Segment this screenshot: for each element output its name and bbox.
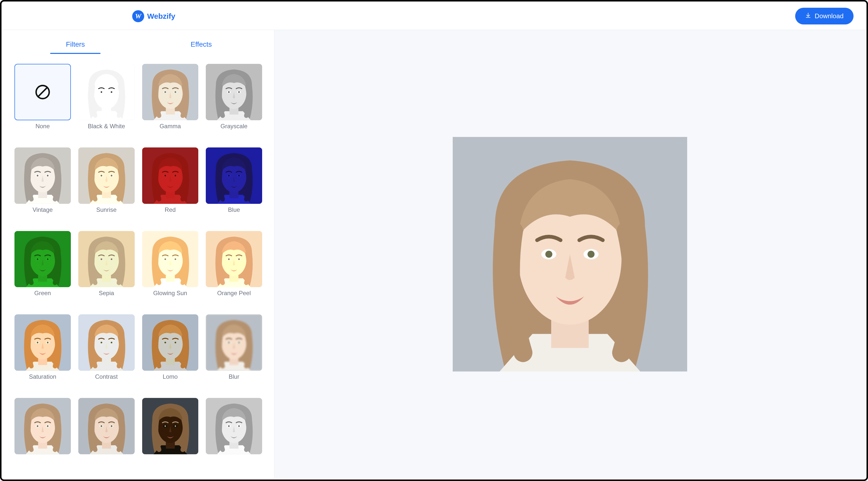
filter-item-glowingsun[interactable]: Glowing Sun [142, 231, 198, 309]
filter-item-sepia[interactable]: Sepia [78, 231, 135, 309]
filter-thumb-lomo[interactable] [142, 314, 198, 371]
app-root: W Webzify Download Filters Effects NoneB… [2, 2, 866, 479]
brand-name: Webzify [147, 12, 175, 21]
filter-item-vintage[interactable]: Vintage [14, 147, 71, 225]
brand: W Webzify [132, 10, 175, 22]
brand-logo-letter: W [135, 12, 142, 20]
filter-thumb-plain2[interactable] [14, 398, 71, 454]
filter-thumb-blur[interactable] [206, 314, 262, 371]
filter-item-none[interactable]: None [14, 64, 71, 142]
filter-thumb-saturation[interactable] [14, 314, 71, 371]
filter-item-plain-gray[interactable] [206, 398, 262, 469]
none-icon [15, 64, 70, 120]
filter-item-blur[interactable]: Blur [206, 314, 262, 392]
filter-thumb-glowingsun[interactable] [142, 231, 198, 288]
filter-label-orangepeel: Orange Peel [217, 290, 251, 297]
download-button[interactable]: Download [795, 8, 854, 25]
tabs: Filters Effects [2, 30, 274, 54]
filter-item-blue[interactable]: Blue [206, 147, 262, 225]
green-tint-overlay [14, 231, 71, 288]
filter-thumb-contrast[interactable] [78, 314, 135, 371]
filter-label-blue: Blue [228, 206, 240, 213]
tab-effects[interactable]: Effects [138, 40, 265, 54]
filter-item-sunrise[interactable]: Sunrise [78, 147, 135, 225]
sidebar: Filters Effects NoneBlack & WhiteGammaGr… [2, 30, 274, 479]
svg-line-8 [38, 87, 48, 97]
filter-label-bw: Black & White [88, 123, 125, 130]
filter-thumb-sepia[interactable] [78, 231, 135, 288]
filter-item-lomo[interactable]: Lomo [142, 314, 198, 392]
content: Filters Effects NoneBlack & WhiteGammaGr… [2, 30, 866, 479]
filter-label-none: None [35, 123, 50, 130]
filter-item-saturation[interactable]: Saturation [14, 314, 71, 392]
filter-label-glowingsun: Glowing Sun [153, 290, 187, 297]
topbar: W Webzify Download [2, 2, 866, 30]
filter-item-grayscale[interactable]: Grayscale [206, 64, 262, 142]
filter-thumb-grayscale[interactable] [206, 64, 262, 120]
filter-item-plain3[interactable] [78, 398, 135, 469]
filter-thumb-plain3[interactable] [78, 398, 135, 454]
filter-item-green[interactable]: Green [14, 231, 71, 309]
filter-item-orangepeel[interactable]: Orange Peel [206, 231, 262, 309]
filter-label-contrast: Contrast [95, 373, 118, 380]
download-icon [805, 12, 811, 20]
filter-thumb-red[interactable] [142, 147, 198, 204]
filter-label-sunrise: Sunrise [96, 206, 117, 213]
filter-label-sepia: Sepia [99, 290, 114, 297]
filter-label-green: Green [34, 290, 51, 297]
filter-thumb-none[interactable] [14, 64, 71, 120]
filter-label-blur: Blur [229, 373, 240, 380]
tab-filters-label: Filters [66, 40, 85, 48]
brand-logo-icon: W [132, 10, 144, 22]
filter-thumb-blue[interactable] [206, 147, 262, 204]
tab-filters[interactable]: Filters [12, 40, 138, 54]
filter-thumb-bw[interactable] [78, 64, 135, 120]
filter-thumb-plain-gray[interactable] [206, 398, 262, 454]
filter-item-gamma[interactable]: Gamma [142, 64, 198, 142]
tab-effects-label: Effects [191, 40, 212, 48]
canvas [274, 30, 866, 479]
filter-thumb-sunrise[interactable] [78, 147, 135, 204]
filter-thumb-green[interactable] [14, 231, 71, 288]
filters-grid: NoneBlack & WhiteGammaGrayscaleVintageSu… [2, 54, 274, 479]
filter-item-invert[interactable] [142, 398, 198, 469]
filter-label-saturation: Saturation [29, 373, 56, 380]
filter-thumb-gamma[interactable] [142, 64, 198, 120]
filter-item-contrast[interactable]: Contrast [78, 314, 135, 392]
filter-item-bw[interactable]: Black & White [78, 64, 135, 142]
red-tint-overlay [142, 147, 198, 204]
filter-thumb-invert[interactable] [142, 398, 198, 454]
filter-label-vintage: Vintage [32, 206, 53, 213]
filter-thumb-orangepeel[interactable] [206, 231, 262, 288]
image-preview [453, 137, 687, 371]
filter-label-red: Red [165, 206, 176, 213]
filter-label-grayscale: Grayscale [220, 123, 247, 130]
blue-tint-overlay [206, 147, 262, 204]
filter-label-gamma: Gamma [160, 123, 181, 130]
filter-thumb-vintage[interactable] [14, 147, 71, 204]
filter-label-lomo: Lomo [163, 373, 178, 380]
filter-item-plain2[interactable] [14, 398, 71, 469]
download-label: Download [815, 12, 843, 20]
filter-item-red[interactable]: Red [142, 147, 198, 225]
